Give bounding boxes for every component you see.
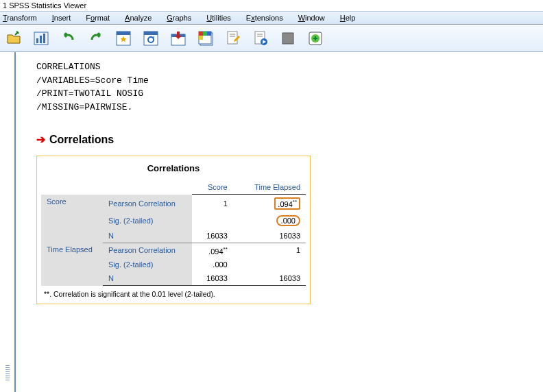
table-title: Correlations [41, 160, 306, 180]
menu-analyze[interactable]: Analyze [125, 14, 152, 22]
stat-label: N [103, 229, 192, 243]
svg-rect-11 [203, 32, 207, 36]
syntax-line: /MISSING=PAIRWISE. [36, 101, 311, 114]
data-refresh-icon[interactable] [141, 29, 160, 48]
stat-label: Pearson Correlation [103, 195, 192, 212]
cell-value: 16033 [192, 229, 233, 243]
svg-rect-13 [199, 36, 203, 40]
cell-value: .000 [192, 258, 233, 271]
window-title: 1 SPSS Statistics Viewer [0, 0, 543, 11]
chart-icon[interactable] [32, 29, 51, 48]
menubar: Transform Insert Format Analyze Graphs U… [0, 11, 543, 25]
svg-rect-14 [228, 32, 237, 44]
svg-rect-21 [282, 33, 293, 44]
add-icon[interactable] [306, 29, 325, 48]
syntax-line: CORRELATIONS [36, 60, 311, 74]
menu-help[interactable]: Help [340, 14, 356, 22]
stat-label: Sig. (2-tailed) [103, 258, 192, 271]
table-footnote: **. Correlation is significant at the 0.… [41, 286, 306, 299]
menu-transform[interactable]: Transform [3, 14, 37, 22]
cell-value-highlight: .000 [233, 212, 306, 229]
arrow-right-icon: ➔ [36, 133, 45, 146]
svg-rect-12 [207, 32, 211, 36]
cell-value: 16033 [233, 229, 306, 243]
stop-icon[interactable] [278, 29, 298, 48]
cell-value-highlight: .094** [233, 195, 306, 212]
cell-value: 16033 [192, 271, 233, 286]
data-down-icon[interactable] [169, 29, 188, 48]
output-heading: Correlations [49, 134, 114, 146]
menu-graphs[interactable]: Graphs [167, 14, 191, 22]
syntax-block: CORRELATIONS /VARIABLES=Score Time /PRIN… [36, 60, 311, 114]
stat-label: N [103, 271, 192, 286]
doc-play-icon[interactable] [251, 29, 270, 48]
menu-window[interactable]: Window [298, 14, 325, 22]
menu-utilities[interactable]: Utilities [206, 14, 230, 22]
menu-extensions[interactable]: Extensions [246, 14, 283, 22]
toolbar [0, 25, 543, 52]
undo-icon[interactable] [59, 29, 78, 48]
col-header-score: Score [192, 180, 233, 195]
cell-value: .094** [192, 243, 233, 258]
syntax-line: /VARIABLES=Score Time [36, 74, 311, 88]
menu-insert[interactable]: Insert [52, 14, 71, 22]
open-icon[interactable] [4, 29, 23, 48]
stat-label: Pearson Correlation [103, 243, 192, 258]
svg-rect-10 [199, 32, 203, 36]
row-var-time: Time Elapsed [41, 243, 103, 286]
cell-value: 1 [192, 195, 233, 212]
col-header-time: Time Elapsed [233, 180, 306, 195]
stat-label: Sig. (2-tailed) [103, 212, 192, 229]
data-color-icon[interactable] [196, 29, 215, 48]
cell-value: 16033 [233, 271, 306, 286]
syntax-line: /PRINT=TWOTAIL NOSIG [36, 87, 311, 101]
svg-rect-2 [40, 36, 42, 43]
cell-value: 1 [233, 243, 306, 258]
redo-icon[interactable] [86, 29, 106, 48]
output-viewer: CORRELATIONS /VARIABLES=Score Time /PRIN… [16, 52, 331, 392]
svg-rect-1 [36, 38, 38, 43]
doc-edit-icon[interactable] [224, 29, 243, 48]
data-star-icon[interactable] [114, 29, 133, 48]
outline-drag-handle[interactable] [0, 52, 16, 392]
row-var-score: Score [41, 195, 103, 243]
menu-format[interactable]: Format [86, 14, 110, 22]
correlations-table-box: Correlations Score Time Elapsed Score Pe… [36, 156, 311, 304]
correlations-table: Score Time Elapsed Score Pearson Correla… [41, 180, 306, 286]
svg-rect-3 [43, 34, 45, 43]
